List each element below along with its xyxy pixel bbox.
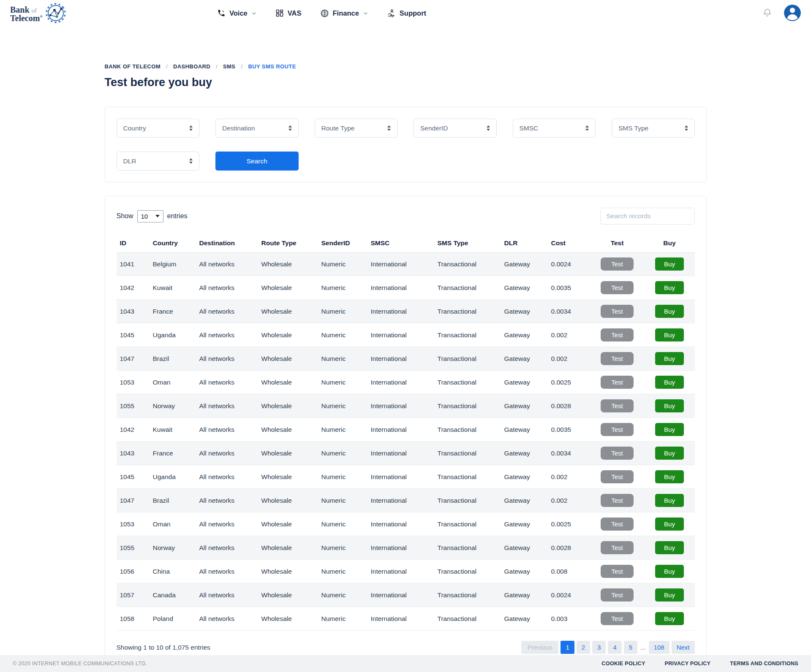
test-button[interactable]: Test: [601, 470, 634, 483]
cell-cost: 0.002: [548, 465, 590, 489]
cell-destination: All networks: [196, 371, 258, 394]
filter-select-sms-type[interactable]: SMS Type: [612, 119, 695, 138]
buy-button[interactable]: Buy: [655, 541, 684, 554]
test-button[interactable]: Test: [601, 281, 634, 294]
cell-dlr: Gateway: [501, 489, 548, 512]
cell-sms-type: Transactional: [434, 276, 501, 300]
breadcrumb-item-sms[interactable]: SMS: [223, 63, 235, 70]
filter-search-button[interactable]: Search: [215, 152, 299, 171]
footer-link-privacy-policy[interactable]: PRIVACY POLICY: [665, 661, 711, 667]
brand-logo[interactable]: Bank of Telecom®: [10, 2, 73, 24]
test-button[interactable]: Test: [601, 376, 634, 389]
cell-cost: 0.0035: [548, 418, 590, 442]
select-stepper-icon: [189, 158, 193, 164]
test-button[interactable]: Test: [601, 588, 634, 602]
breadcrumb-item-bank-of-telecom[interactable]: BANK OF TELECOM: [105, 63, 161, 70]
pagination-page-2[interactable]: 2: [577, 641, 590, 654]
nav-item-support[interactable]: Support: [387, 9, 426, 18]
breadcrumb-item-dashboard[interactable]: DASHBOARD: [173, 63, 210, 70]
buy-button[interactable]: Buy: [655, 376, 684, 389]
cell-test: Test: [590, 276, 645, 300]
buy-button[interactable]: Buy: [655, 399, 684, 412]
filter-select-country[interactable]: Country: [117, 119, 200, 138]
cell-smsc: International: [367, 300, 434, 323]
pagination-page-5[interactable]: 5: [624, 641, 637, 654]
pagination-page-1[interactable]: 1: [561, 641, 574, 654]
filter-select-route-type[interactable]: Route Type: [315, 119, 398, 138]
cell-country: Uganda: [150, 323, 196, 347]
user-menu-button[interactable]: [784, 5, 801, 22]
cell-destination: All networks: [196, 512, 258, 536]
cell-sms-type: Transactional: [434, 394, 501, 418]
test-button[interactable]: Test: [601, 518, 634, 531]
nav-item-vas[interactable]: VAS: [275, 9, 302, 17]
buy-button[interactable]: Buy: [655, 257, 684, 271]
footer-link-terms-and-conditions[interactable]: TERMS AND CONDITIONS: [730, 661, 798, 667]
pagination-next-button[interactable]: Next: [672, 641, 695, 654]
filter-select-smsc[interactable]: SMSC: [513, 119, 596, 138]
buy-button[interactable]: Buy: [655, 328, 684, 341]
buy-button[interactable]: Buy: [655, 494, 684, 507]
test-button[interactable]: Test: [601, 257, 634, 271]
pagination-page-108[interactable]: 108: [649, 641, 669, 654]
test-button[interactable]: Test: [601, 541, 634, 554]
top-bar-right: [762, 5, 801, 22]
test-button[interactable]: Test: [601, 328, 634, 341]
cell-smsc: International: [367, 394, 434, 418]
test-button[interactable]: Test: [601, 612, 634, 625]
cell-id: 1047: [117, 347, 150, 371]
cell-destination: All networks: [196, 536, 258, 560]
column-header-sms-type: SMS Type: [434, 234, 501, 252]
site-footer: © 2020 INTERNET MOBILE COMMUNICATIONS LT…: [0, 655, 811, 672]
buy-button[interactable]: Buy: [655, 565, 684, 578]
cell-smsc: International: [367, 607, 434, 631]
cell-id: 1047: [117, 489, 150, 512]
cell-id: 1042: [117, 276, 150, 300]
buy-button[interactable]: Buy: [655, 352, 684, 365]
buy-button[interactable]: Buy: [655, 518, 684, 531]
entries-summary: Showing 1 to 10 of 1,075 entries: [117, 644, 210, 651]
cell-destination: All networks: [196, 252, 258, 276]
filter-select-label: Route Type: [321, 125, 355, 132]
footer-links: COOKIE POLICYPRIVACY POLICYTERMS AND CON…: [601, 661, 798, 667]
filter-select-dlr[interactable]: DLR: [117, 152, 200, 171]
test-button[interactable]: Test: [601, 399, 634, 412]
table-row: 1057CanadaAll networksWholesaleNumericIn…: [117, 583, 695, 607]
cell-country: Poland: [150, 607, 196, 631]
pagination-page-4[interactable]: 4: [608, 641, 621, 654]
cell-destination: All networks: [196, 560, 258, 583]
test-button[interactable]: Test: [601, 494, 634, 507]
test-button[interactable]: Test: [601, 352, 634, 365]
test-button[interactable]: Test: [601, 447, 634, 460]
cell-cost: 0.0034: [548, 300, 590, 323]
page-size-select[interactable]: 10: [137, 210, 163, 222]
cell-sender-id: Numeric: [318, 394, 367, 418]
filter-select-destination[interactable]: Destination: [215, 119, 299, 138]
buy-button[interactable]: Buy: [655, 588, 684, 602]
test-button[interactable]: Test: [601, 423, 634, 436]
pagination-page-3[interactable]: 3: [592, 641, 606, 654]
notifications-button[interactable]: [762, 8, 772, 19]
test-button[interactable]: Test: [601, 565, 634, 578]
nav-item-voice[interactable]: Voice: [217, 9, 257, 17]
cell-dlr: Gateway: [501, 465, 548, 489]
cell-sms-type: Transactional: [434, 300, 501, 323]
buy-button[interactable]: Buy: [655, 423, 684, 436]
column-header-country: Country: [150, 234, 196, 252]
buy-button[interactable]: Buy: [655, 447, 684, 460]
search-records-input[interactable]: [600, 208, 695, 225]
test-button[interactable]: Test: [601, 305, 634, 318]
cell-id: 1053: [117, 371, 150, 394]
cell-buy: Buy: [645, 560, 695, 583]
filter-select-senderid[interactable]: SenderID: [414, 119, 497, 138]
buy-button[interactable]: Buy: [655, 305, 684, 318]
buy-button[interactable]: Buy: [655, 470, 684, 483]
table-header: IDCountryDestinationRoute TypeSenderIDSM…: [117, 234, 695, 252]
pagination-previous-button[interactable]: Previous: [521, 641, 558, 654]
page-size-value: 10: [141, 213, 148, 220]
buy-button[interactable]: Buy: [655, 612, 684, 625]
nav-item-finance[interactable]: Finance: [320, 9, 368, 18]
footer-link-cookie-policy[interactable]: COOKIE POLICY: [601, 661, 645, 667]
cell-cost: 0.002: [548, 347, 590, 371]
buy-button[interactable]: Buy: [655, 281, 684, 294]
